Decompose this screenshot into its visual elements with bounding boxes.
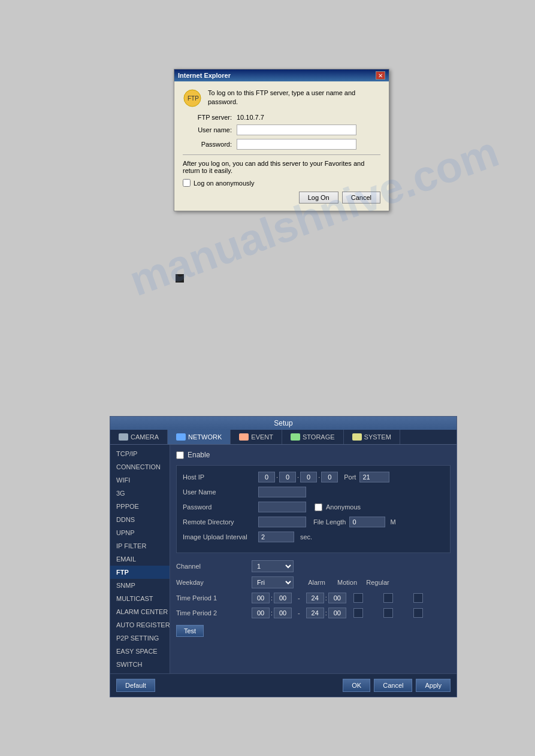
col-alarm-header: Alarm (303, 579, 330, 586)
test-button[interactable]: Test (176, 625, 204, 637)
tab-storage[interactable]: STORAGE (282, 430, 344, 444)
weekday-label: Weekday (176, 579, 248, 586)
sidebar-item-p2psetting[interactable]: P2P SETTING (110, 631, 170, 645)
sidebar-item-switch[interactable]: SWITCH (110, 658, 170, 671)
tab-system[interactable]: SYSTEM (344, 430, 400, 444)
period2-start-h[interactable] (252, 608, 270, 618)
sidebar-item-snmp[interactable]: SNMP (110, 579, 170, 592)
sidebar-item-autoregister[interactable]: AUTO REGISTER (110, 618, 170, 631)
camera-tab-icon (119, 433, 128, 441)
ip-inputs: · · · (258, 472, 338, 482)
sidebar-item-pppoe[interactable]: PPPOE (110, 500, 170, 513)
ip-octet3[interactable] (300, 472, 317, 482)
channel-dropdown[interactable]: 1 (252, 560, 294, 572)
image-upload-input[interactable] (258, 532, 294, 542)
sidebar-item-ddns[interactable]: DDNS (110, 513, 170, 526)
period1-checkboxes (353, 593, 423, 603)
period1-row: Time Period 1 : - : (176, 593, 451, 603)
sidebar-item-email[interactable]: EMAIL (110, 552, 170, 566)
tab-event[interactable]: EVENT (231, 430, 282, 444)
ie-dialog-titlebar: Internet Explorer ✕ (174, 69, 389, 81)
default-button[interactable]: Default (116, 679, 155, 692)
ie-cancel-button[interactable]: Cancel (342, 192, 380, 204)
ftp-server-label: FTP server: (183, 114, 237, 121)
test-btn-row: Test (176, 623, 451, 637)
ftp-server-row: FTP server: 10.10.7.7 (183, 114, 380, 121)
sidebar-item-easyspace[interactable]: EASY SPACE (110, 645, 170, 658)
ip-octet2[interactable] (279, 472, 296, 482)
footer-right: OK Cancel Apply (343, 679, 451, 692)
password-row: Password: (183, 139, 380, 150)
tab-event-label: EVENT (251, 433, 273, 441)
sidebar-item-connection[interactable]: CONNECTION (110, 460, 170, 473)
cancel-button[interactable]: Cancel (374, 679, 412, 692)
period1-end-h[interactable] (306, 593, 324, 603)
port-label: Port (344, 473, 356, 481)
image-upload-row: Image Upload Interval sec. (183, 532, 444, 542)
ie-password-input[interactable] (237, 139, 356, 150)
password-row: Password Anonymous (183, 502, 444, 512)
period2-end-m[interactable] (328, 608, 346, 618)
remote-dir-input[interactable] (258, 517, 306, 527)
period2-motion-check[interactable] (383, 608, 393, 618)
setup-title-bar: Setup (110, 417, 457, 430)
ip-octet4[interactable] (321, 472, 338, 482)
username-row: User name: (183, 125, 380, 135)
tab-storage-label: STORAGE (303, 433, 335, 441)
tab-camera[interactable]: CAMERA (110, 430, 168, 444)
period1-end-m[interactable] (328, 593, 346, 603)
setup-tabs: CAMERA NETWORK EVENT STORAGE SYSTEM (110, 430, 457, 445)
ie-password-label: Password: (183, 141, 237, 148)
ie-username-input[interactable] (237, 125, 356, 135)
period2-start-m[interactable] (274, 608, 292, 618)
setup-title: Setup (274, 419, 292, 427)
host-ip-row: Host IP · · · Port (183, 472, 444, 482)
period1-motion-check[interactable] (383, 593, 393, 603)
sidebar-item-tcpip[interactable]: TCP/IP (110, 447, 170, 460)
ftp-username-input[interactable] (258, 487, 306, 497)
period1-regular-check[interactable] (413, 593, 423, 603)
weekday-dropdown[interactable]: Fri (252, 576, 294, 588)
period2-label: Time Period 2 (176, 609, 248, 617)
tab-network[interactable]: NETWORK (168, 430, 231, 444)
port-input[interactable] (359, 472, 389, 482)
period1-start: : (252, 593, 292, 603)
sidebar-item-wifi[interactable]: WIFI (110, 473, 170, 487)
sidebar-item-ipfilter[interactable]: IP FILTER (110, 539, 170, 552)
ftp-form: Host IP · · · Port User Name (176, 465, 451, 553)
period1-start-h[interactable] (252, 593, 270, 603)
sidebar-item-multicast[interactable]: MULTICAST (110, 592, 170, 605)
network-tab-icon (176, 433, 186, 441)
enable-checkbox[interactable] (176, 451, 184, 459)
small-square-indicator (176, 274, 184, 283)
period2-start: : (252, 608, 292, 618)
period1-start-m[interactable] (274, 593, 292, 603)
ftp-icon: FTP (183, 89, 202, 108)
period2-checkboxes (353, 608, 423, 618)
sidebar-item-3g[interactable]: 3G (110, 487, 170, 500)
system-tab-icon (352, 433, 362, 441)
host-ip-label: Host IP (183, 473, 255, 481)
anonymous-checkbox[interactable] (315, 503, 322, 511)
apply-button[interactable]: Apply (416, 679, 451, 692)
ip-octet1[interactable] (258, 472, 275, 482)
file-length-input[interactable] (349, 517, 385, 527)
ftp-password-input[interactable] (258, 502, 306, 512)
period2-end-h[interactable] (306, 608, 324, 618)
ie-logon-button[interactable]: Log On (299, 192, 338, 204)
period2-row: Time Period 2 : - : (176, 608, 451, 618)
ie-dialog-close-button[interactable]: ✕ (376, 71, 385, 80)
sidebar-item-alarmcenter[interactable]: ALARM CENTER (110, 605, 170, 618)
period2-alarm-check[interactable] (353, 608, 363, 618)
enable-label: Enable (188, 451, 210, 459)
ok-button[interactable]: OK (343, 679, 370, 692)
file-length-label: File Length (313, 518, 346, 526)
period1-alarm-check[interactable] (353, 593, 363, 603)
sidebar-item-upnp[interactable]: UPNP (110, 526, 170, 539)
period2-regular-check[interactable] (413, 608, 423, 618)
ie-anon-checkbox[interactable] (183, 179, 191, 187)
sidebar-item-ftp[interactable]: FTP (110, 566, 170, 579)
weekday-row: Weekday Fri Alarm Motion Regular (176, 576, 451, 588)
setup-footer: Default OK Cancel Apply (110, 673, 457, 697)
setup-main-ftp: Enable Host IP · · · Port (170, 445, 457, 673)
